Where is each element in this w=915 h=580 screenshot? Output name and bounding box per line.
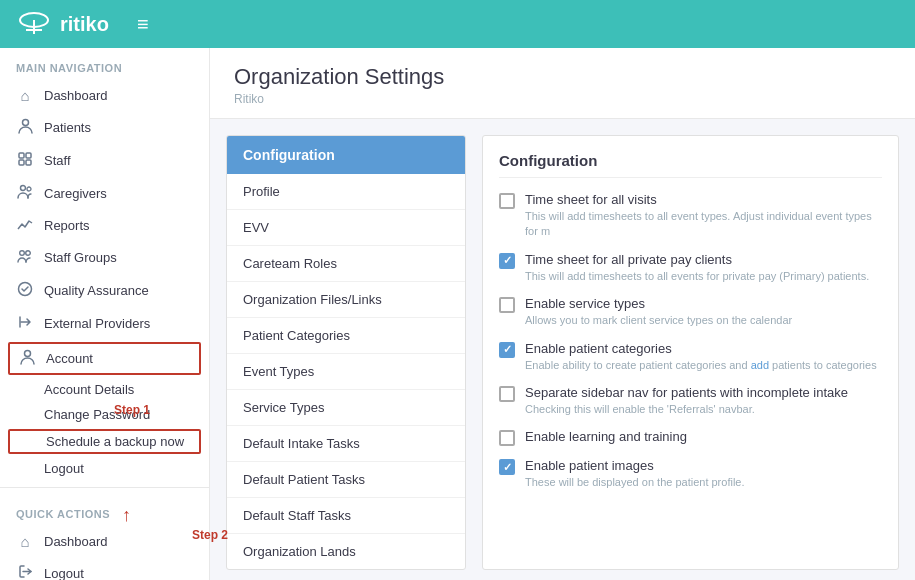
staff-groups-icon xyxy=(16,248,34,267)
option-label: Enable patient categories xyxy=(525,341,882,356)
svg-point-9 xyxy=(27,187,31,191)
config-menu-item-profile[interactable]: Profile xyxy=(227,174,465,210)
config-menu-item-patient-categories[interactable]: Patient Categories xyxy=(227,318,465,354)
sidebar-item-label: Staff xyxy=(44,153,71,168)
sidebar-item-reports[interactable]: Reports xyxy=(0,210,209,241)
sidebar-item-staff[interactable]: Staff xyxy=(0,144,209,177)
quality-assurance-icon xyxy=(16,281,34,300)
config-option-timesheet-all: Time sheet for all visits This will add … xyxy=(499,192,882,240)
caregivers-icon xyxy=(16,184,34,203)
config-menu-item-org-lands[interactable]: Organization Lands xyxy=(227,534,465,569)
logo-icon xyxy=(16,10,52,38)
config-option-timesheet-private: Time sheet for all private pay clients T… xyxy=(499,252,882,284)
content-area: Organization Settings Ritiko Configurati… xyxy=(210,48,915,580)
checkbox-learning[interactable] xyxy=(499,430,515,446)
config-menu-item-default-staff-tasks[interactable]: Default Staff Tasks xyxy=(227,498,465,534)
external-providers-icon xyxy=(16,314,34,333)
qa-home-icon: ⌂ xyxy=(16,533,34,550)
sidebar-item-patients[interactable]: Patients xyxy=(0,111,209,144)
sidebar-item-dashboard[interactable]: ⌂ Dashboard xyxy=(0,80,209,111)
option-label: Enable service types xyxy=(525,296,882,311)
svg-rect-4 xyxy=(19,153,24,158)
logo-text: ritiko xyxy=(60,13,109,36)
checkbox-patient-images[interactable] xyxy=(499,459,515,475)
sidebar-item-qa-logout[interactable]: Logout xyxy=(0,557,209,580)
svg-rect-6 xyxy=(19,160,24,165)
sidebar-item-caregivers[interactable]: Caregivers xyxy=(0,177,209,210)
main-layout: Main Navigation ⌂ Dashboard Patients Sta… xyxy=(0,48,915,580)
page-header: Organization Settings Ritiko xyxy=(210,48,915,119)
config-option-sidebar-nav: Separate sidebar nav for patients with i… xyxy=(499,385,882,417)
svg-point-3 xyxy=(22,120,28,126)
sidebar-item-label: Patients xyxy=(44,120,91,135)
option-label: Separate sidebar nav for patients with i… xyxy=(525,385,882,400)
svg-point-11 xyxy=(26,251,31,256)
config-menu-item-careteam-roles[interactable]: Careteam Roles xyxy=(227,246,465,282)
config-panel: Configuration Time sheet for all visits … xyxy=(482,135,899,570)
config-option-patient-images: Enable patient images These will be disp… xyxy=(499,458,882,490)
option-desc: Checking this will enable the 'Referrals… xyxy=(525,402,882,417)
option-label: Enable patient images xyxy=(525,458,882,473)
sidebar-item-label: Quality Assurance xyxy=(44,283,149,298)
checkbox-service-types[interactable] xyxy=(499,297,515,313)
config-menu: Configuration Profile EVV Careteam Roles… xyxy=(226,135,466,570)
hamburger-menu[interactable]: ≡ xyxy=(137,13,149,36)
svg-point-10 xyxy=(20,251,25,256)
option-label: Enable learning and training xyxy=(525,429,882,444)
sidebar-item-quality-assurance[interactable]: Quality Assurance xyxy=(0,274,209,307)
sidebar-item-qa-dashboard[interactable]: ⌂ Dashboard xyxy=(0,526,209,557)
sidebar-item-label: Staff Groups xyxy=(44,250,117,265)
checkbox-timesheet-private[interactable] xyxy=(499,253,515,269)
config-menu-item-evv[interactable]: EVV xyxy=(227,210,465,246)
config-menu-item-default-patient-tasks[interactable]: Default Patient Tasks xyxy=(227,462,465,498)
content-body: Configuration Profile EVV Careteam Roles… xyxy=(210,119,915,580)
checkbox-patient-categories[interactable] xyxy=(499,342,515,358)
sidebar-item-label: Dashboard xyxy=(44,534,108,549)
checkbox-timesheet-all[interactable] xyxy=(499,193,515,209)
main-nav-label: Main Navigation xyxy=(0,48,209,80)
divider xyxy=(0,487,209,488)
sidebar-item-label: Caregivers xyxy=(44,186,107,201)
home-icon: ⌂ xyxy=(16,87,34,104)
config-panel-title: Configuration xyxy=(499,152,882,178)
option-desc: Allows you to mark client service types … xyxy=(525,313,882,328)
sidebar-subitem-change-password[interactable]: Change Password xyxy=(0,402,209,427)
config-option-learning: Enable learning and training xyxy=(499,429,882,446)
svg-point-8 xyxy=(21,186,26,191)
config-menu-item-service-types[interactable]: Service Types xyxy=(227,390,465,426)
topbar: ritiko ≡ xyxy=(0,0,915,48)
sidebar-item-staff-groups[interactable]: Staff Groups xyxy=(0,241,209,274)
sidebar-subitem-schedule-backup[interactable]: Schedule a backup now xyxy=(8,429,201,454)
svg-rect-7 xyxy=(26,160,31,165)
checkbox-sidebar-nav[interactable] xyxy=(499,386,515,402)
quick-actions-label: Quick Actions xyxy=(0,494,209,526)
sidebar-item-label: Account xyxy=(46,351,93,366)
sidebar-item-account[interactable]: Account xyxy=(8,342,201,375)
sidebar-subitem-account-details[interactable]: Account Details xyxy=(0,377,209,402)
logo: ritiko xyxy=(16,10,109,38)
svg-rect-5 xyxy=(26,153,31,158)
sidebar-item-label: External Providers xyxy=(44,316,150,331)
option-desc: These will be displayed on the patient p… xyxy=(525,475,882,490)
qa-logout-icon xyxy=(16,564,34,580)
config-menu-header: Configuration xyxy=(227,136,465,174)
config-menu-item-event-types[interactable]: Event Types xyxy=(227,354,465,390)
svg-point-13 xyxy=(24,351,30,357)
config-option-patient-categories: Enable patient categories Enable ability… xyxy=(499,341,882,373)
account-icon xyxy=(18,349,36,368)
sidebar-item-external-providers[interactable]: External Providers xyxy=(0,307,209,340)
option-label: Time sheet for all private pay clients xyxy=(525,252,882,267)
config-menu-item-org-files[interactable]: Organization Files/Links xyxy=(227,282,465,318)
option-desc: This will add timesheets to all event ty… xyxy=(525,209,882,240)
option-label: Time sheet for all visits xyxy=(525,192,882,207)
config-menu-item-default-intake-tasks[interactable]: Default Intake Tasks xyxy=(227,426,465,462)
option-desc: This will add timesheets to all events f… xyxy=(525,269,882,284)
sidebar-item-label: Reports xyxy=(44,218,90,233)
sidebar-item-label: Dashboard xyxy=(44,88,108,103)
reports-icon xyxy=(16,217,34,234)
sidebar-subitem-logout[interactable]: Logout xyxy=(0,456,209,481)
patients-icon xyxy=(16,118,34,137)
page-title: Organization Settings xyxy=(234,64,891,90)
page-subtitle: Ritiko xyxy=(234,92,891,106)
option-desc: Enable ability to create patient categor… xyxy=(525,358,882,373)
